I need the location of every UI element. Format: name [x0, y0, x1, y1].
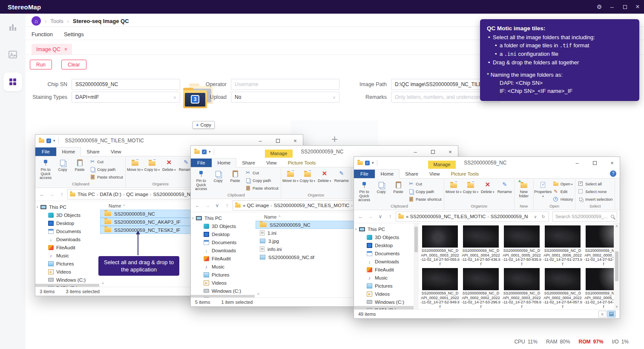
image-tile[interactable]: SS200000059_NC_DAPI_0002_0001_2022-11-02…	[420, 268, 460, 309]
file-row[interactable]: SS200000059_NC	[256, 221, 365, 229]
operator-input[interactable]	[231, 79, 339, 90]
breadcrumb-segment[interactable]: QC image›	[126, 192, 152, 197]
file-row[interactable]: 1.ini	[256, 229, 365, 237]
sidebar-item-tools-active[interactable]	[0, 68, 26, 95]
ribbon-button[interactable]: Select none	[578, 188, 612, 195]
breadcrumb-tools[interactable]: Tools	[50, 18, 63, 24]
nav-item[interactable]: Videos	[191, 279, 255, 287]
breadcrumb-segment[interactable]: This PC›	[78, 192, 99, 197]
chevron-down-icon[interactable]: ▾	[372, 161, 374, 165]
file-row[interactable]: info.ini	[256, 245, 365, 253]
maximize-button[interactable]	[425, 146, 440, 158]
ribbon-button[interactable]: Paste	[71, 157, 88, 181]
ribbon-button[interactable]: Move to	[282, 168, 299, 192]
ribbon-button[interactable]: Properties	[535, 179, 552, 203]
run-button[interactable]: Run	[30, 60, 52, 69]
nav-item[interactable]: Downloads	[191, 246, 255, 254]
ribbon-button[interactable]: Delete	[316, 168, 333, 192]
image-tile[interactable]: SS200000059_NC_DAPI_0001_0004_2022-11-02…	[461, 225, 500, 266]
manage-context-tab[interactable]: Manage	[265, 150, 293, 158]
content-scrollbar[interactable]: ∧ ∨	[614, 223, 620, 309]
maximize-button[interactable]	[587, 157, 602, 169]
forward-icon[interactable]: →	[366, 213, 375, 219]
nav-item[interactable]: Windows (C:)	[191, 287, 255, 295]
ribbon-button[interactable]: Cut	[408, 181, 442, 187]
scrollbar-thumb[interactable]	[414, 227, 418, 252]
nav-item[interactable]: Windows (C:)	[354, 298, 414, 306]
dropdown-icon[interactable]: ∨	[213, 202, 221, 208]
nav-item[interactable]: Videos	[35, 268, 99, 276]
explorer-tab[interactable]: Share	[236, 159, 261, 167]
explorer-tab[interactable]: Picture Tools	[282, 159, 322, 167]
dropdown-icon[interactable]: ∨	[376, 213, 385, 219]
ribbon-button[interactable]: Cut	[245, 170, 279, 176]
home-icon[interactable]: ⌂	[32, 16, 41, 26]
minimize-button[interactable]: –	[606, 0, 618, 14]
search-box[interactable]: Search SS200000059_...	[552, 211, 617, 222]
close-button[interactable]: ×	[604, 157, 620, 169]
ribbon-button[interactable]: Move to	[445, 179, 462, 203]
breadcrumb-segment[interactable]: « SS200000059_NC_TILES_MOTIC›	[406, 214, 490, 219]
nav-item[interactable]: Windows (C:)	[35, 276, 99, 284]
nav-item[interactable]: Videos	[354, 290, 414, 298]
explorer-tab[interactable]: File	[35, 147, 56, 156]
ribbon-button[interactable]: Paste	[390, 179, 407, 203]
image-tile[interactable]: SS200000059_NC_DAPI_0002_0000_2022-11-02…	[584, 225, 614, 266]
clear-button[interactable]: Clear	[61, 60, 86, 69]
nav-scrollbar[interactable]	[414, 223, 419, 309]
breadcrumb-segment[interactable]: DATA (D:)›	[100, 192, 125, 197]
ribbon-button[interactable]: Paste shortcut	[408, 196, 442, 202]
back-icon[interactable]: ←	[356, 213, 365, 219]
explorer-tab[interactable]: View	[424, 170, 446, 178]
menu-settings[interactable]: Settings	[64, 31, 84, 37]
up-icon[interactable]: ↑	[386, 213, 394, 219]
nav-item[interactable]: 3D Objects	[35, 211, 99, 219]
staining-types-select[interactable]: DAPI+mIF ∨	[72, 92, 180, 103]
file-row[interactable]: 3.jpg	[256, 237, 365, 245]
ribbon-button[interactable]: Rename	[496, 179, 513, 203]
ribbon-button[interactable]: Copy to	[144, 157, 161, 181]
upload-select[interactable]: No ∨	[231, 92, 339, 103]
nav-item[interactable]: Documents	[191, 238, 255, 246]
close-button[interactable]: ×	[288, 135, 303, 147]
chip-sn-input[interactable]	[72, 79, 180, 90]
image-tile[interactable]: SS200000059_NC_DAPI_0002_0002_2022-11-02…	[461, 268, 500, 309]
explorer-tab[interactable]: Home	[212, 158, 237, 167]
menu-function[interactable]: Function	[32, 31, 53, 37]
nav-item[interactable]: Music	[191, 262, 255, 271]
nav-item[interactable]: Music	[35, 251, 99, 260]
maximize-button[interactable]	[270, 135, 285, 147]
ribbon-button[interactable]: Paste	[227, 168, 244, 192]
nav-item[interactable]: Desktop	[191, 230, 255, 238]
nav-item[interactable]: Downloads	[354, 257, 414, 265]
breadcrumb-segment[interactable]: SS200000059_NC›	[491, 214, 529, 219]
ribbon-button[interactable]: Copy	[54, 157, 71, 181]
back-icon[interactable]: ←	[38, 191, 46, 197]
image-tile[interactable]: SS200000059_NC_DAPI_0001_0006_2022-11-02…	[543, 225, 582, 266]
explorer-tab[interactable]: Share	[400, 170, 424, 178]
nav-item[interactable]: 3D Objects	[354, 233, 414, 241]
ribbon-button[interactable]: Delete	[161, 157, 178, 181]
minimize-button[interactable]: –	[253, 135, 268, 147]
scroll-down-icon[interactable]: ∨	[615, 305, 618, 309]
image-tile[interactable]: SS200000059_NC_DAPI_0001_0003_2022-11-02…	[420, 225, 460, 266]
nav-item[interactable]: 3D Objects	[191, 222, 255, 230]
nav-item[interactable]: DATA (D:)	[354, 306, 414, 309]
ribbon-button[interactable]: Cut	[89, 159, 123, 165]
ribbon-button[interactable]: Invert selection	[578, 196, 612, 202]
file-row[interactable]: SS200000059_NC.tif	[256, 253, 365, 261]
ribbon-button[interactable]: Copy to	[462, 179, 479, 203]
nav-item[interactable]: This PC	[35, 203, 99, 211]
ribbon-button[interactable]: Copy	[210, 168, 227, 192]
ribbon-button[interactable]: Pin to Quick access	[37, 157, 54, 181]
nav-item[interactable]: DATA (D:)	[191, 295, 255, 297]
explorer-tab[interactable]: Share	[81, 147, 105, 156]
nav-item[interactable]: Downloads	[35, 235, 99, 243]
explorer-tab[interactable]: Home	[56, 147, 81, 156]
explorer-tab[interactable]: View	[105, 147, 127, 156]
breadcrumb-segment[interactable]: « QC image›	[243, 203, 273, 208]
sidebar-item-images[interactable]	[0, 41, 26, 68]
image-tile[interactable]: SS200000059_NC_DAPI_0002_0003_2022-11-02…	[502, 268, 541, 309]
image-tile[interactable]: SS200000059_NC_DAPI_0002_0004_2022-11-02…	[543, 268, 582, 309]
nav-item[interactable]: Desktop	[354, 241, 414, 249]
